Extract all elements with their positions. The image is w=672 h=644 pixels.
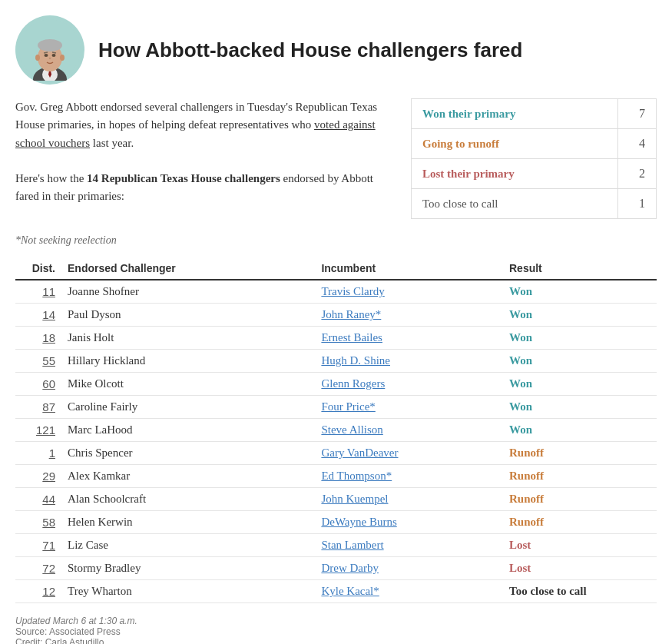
intro-text: Gov. Greg Abbott endorsed several challe… — [15, 98, 388, 219]
incumbent-link[interactable]: Hugh D. Shine — [321, 354, 390, 367]
dist-link[interactable]: 12 — [42, 585, 55, 598]
challenger-cell: Alex Kamkar — [61, 465, 315, 488]
dist-link[interactable]: 29 — [42, 470, 55, 483]
intro-bold: 14 Republican Texas House challengers — [87, 172, 280, 184]
summary-row: Won their primary7 — [412, 99, 657, 129]
challenger-cell: Mike Olcott — [61, 373, 315, 396]
table-row: 14Paul DysonJohn Raney*Won — [15, 304, 657, 327]
incumbent-link[interactable]: John Raney* — [321, 308, 381, 320]
challenger-cell: Alan Schoolcraft — [61, 488, 315, 511]
result-cell: Won — [503, 419, 657, 442]
dist-link[interactable]: 44 — [42, 493, 55, 506]
dist-link[interactable]: 60 — [42, 377, 55, 390]
incumbent-link[interactable]: Drew Darby — [321, 562, 379, 574]
incumbent-cell: Steve Allison — [315, 419, 503, 442]
table-row: 71Liz CaseStan LambertLost — [15, 534, 657, 557]
svg-point-12 — [60, 55, 65, 61]
dist-link[interactable]: 14 — [42, 308, 55, 321]
incumbent-link[interactable]: Glenn Rogers — [321, 377, 385, 390]
result-cell: Runoff — [503, 442, 657, 465]
dist-link[interactable]: 71 — [42, 539, 55, 552]
dist-link[interactable]: 87 — [42, 400, 55, 413]
dist-cell: 72 — [15, 557, 61, 580]
incumbent-cell: Four Price* — [315, 396, 503, 419]
summary-label: Won their primary — [412, 99, 618, 129]
footer: Updated March 6 at 1:30 a.m. Source: Ass… — [15, 616, 657, 644]
dist-link[interactable]: 1 — [49, 446, 55, 460]
dist-link[interactable]: 72 — [42, 562, 55, 575]
table-header: Dist. Endorsed Challenger Incumbent Resu… — [15, 257, 657, 280]
intro-p2-start: Here's how the — [15, 172, 87, 184]
incumbent-cell: John Kuempel — [315, 488, 503, 511]
table-row: 29Alex KamkarEd Thompson*Runoff — [15, 465, 657, 488]
incumbent-link[interactable]: Kyle Kacal* — [321, 585, 379, 597]
incumbent-cell: Kyle Kacal* — [315, 580, 503, 603]
challenger-cell: Liz Case — [61, 534, 315, 557]
svg-point-11 — [35, 55, 40, 61]
incumbent-link[interactable]: Steve Allison — [321, 423, 382, 436]
summary-count: 2 — [618, 159, 657, 189]
intro-paragraph1-end: last year. — [93, 137, 134, 149]
result-cell: Too close to call — [503, 580, 657, 603]
header-challenger: Endorsed Challenger — [61, 257, 315, 280]
summary-count: 7 — [618, 99, 657, 129]
summary-table-wrap: Won their primary7Going to runoff4Lost t… — [411, 98, 657, 219]
content-area: Gov. Greg Abbott endorsed several challe… — [15, 98, 657, 219]
result-cell: Won — [503, 280, 657, 304]
table-row: 12Trey WhartonKyle Kacal*Too close to ca… — [15, 580, 657, 603]
incumbent-link[interactable]: Four Price* — [321, 400, 375, 413]
table-row: 1Chris SpencerGary VanDeaverRunoff — [15, 442, 657, 465]
challenger-cell: Joanne Shofner — [61, 280, 315, 304]
summary-row: Going to runoff4 — [412, 129, 657, 159]
incumbent-cell: Hugh D. Shine — [315, 350, 503, 373]
dist-link[interactable]: 11 — [42, 285, 55, 298]
incumbent-link[interactable]: Stan Lambert — [321, 539, 383, 551]
updated-line: Updated March 6 at 1:30 a.m. — [15, 616, 657, 626]
table-row: 18Janis HoltErnest BailesWon — [15, 327, 657, 350]
incumbent-link[interactable]: Ed Thompson* — [321, 470, 392, 482]
dist-cell: 60 — [15, 373, 61, 396]
dist-link[interactable]: 121 — [36, 423, 55, 437]
results-table: Dist. Endorsed Challenger Incumbent Resu… — [15, 257, 657, 603]
summary-label: Going to runoff — [412, 129, 618, 159]
result-cell: Won — [503, 396, 657, 419]
dist-link[interactable]: 55 — [42, 354, 55, 367]
table-row: 58Helen KerwinDeWayne BurnsRunoff — [15, 511, 657, 534]
challenger-cell: Hillary Hickland — [61, 350, 315, 373]
svg-line-7 — [44, 52, 48, 53]
table-row: 11Joanne ShofnerTravis ClardyWon — [15, 280, 657, 304]
incumbent-cell: Travis Clardy — [315, 280, 503, 304]
svg-point-10 — [52, 54, 56, 57]
dist-cell: 12 — [15, 580, 61, 603]
challenger-cell: Stormy Bradley — [61, 557, 315, 580]
header-result: Result — [503, 257, 657, 280]
incumbent-cell: Glenn Rogers — [315, 373, 503, 396]
incumbent-link[interactable]: Travis Clardy — [321, 285, 384, 297]
svg-point-6 — [38, 39, 62, 51]
svg-line-8 — [52, 52, 56, 53]
avatar — [15, 15, 84, 85]
result-cell: Lost — [503, 534, 657, 557]
result-cell: Won — [503, 327, 657, 350]
dist-link[interactable]: 58 — [42, 516, 55, 529]
incumbent-link[interactable]: Ernest Bailes — [321, 331, 382, 344]
dist-link[interactable]: 18 — [42, 331, 55, 344]
table-row: 72Stormy BradleyDrew DarbyLost — [15, 557, 657, 580]
table-row: 121Marc LaHoodSteve AllisonWon — [15, 419, 657, 442]
incumbent-cell: Stan Lambert — [315, 534, 503, 557]
dist-cell: 58 — [15, 511, 61, 534]
dist-cell: 1 — [15, 442, 61, 465]
summary-count: 1 — [618, 189, 657, 219]
challenger-cell: Janis Holt — [61, 327, 315, 350]
summary-count: 4 — [618, 129, 657, 159]
table-row: 60Mike OlcottGlenn RogersWon — [15, 373, 657, 396]
incumbent-cell: Gary VanDeaver — [315, 442, 503, 465]
incumbent-link[interactable]: John Kuempel — [321, 493, 388, 505]
result-cell: Runoff — [503, 488, 657, 511]
table-row: 44Alan SchoolcraftJohn KuempelRunoff — [15, 488, 657, 511]
result-cell: Lost — [503, 557, 657, 580]
summary-label: Lost their primary — [412, 159, 618, 189]
incumbent-link[interactable]: DeWayne Burns — [321, 516, 396, 528]
incumbent-link[interactable]: Gary VanDeaver — [321, 446, 398, 459]
incumbent-cell: Ernest Bailes — [315, 327, 503, 350]
